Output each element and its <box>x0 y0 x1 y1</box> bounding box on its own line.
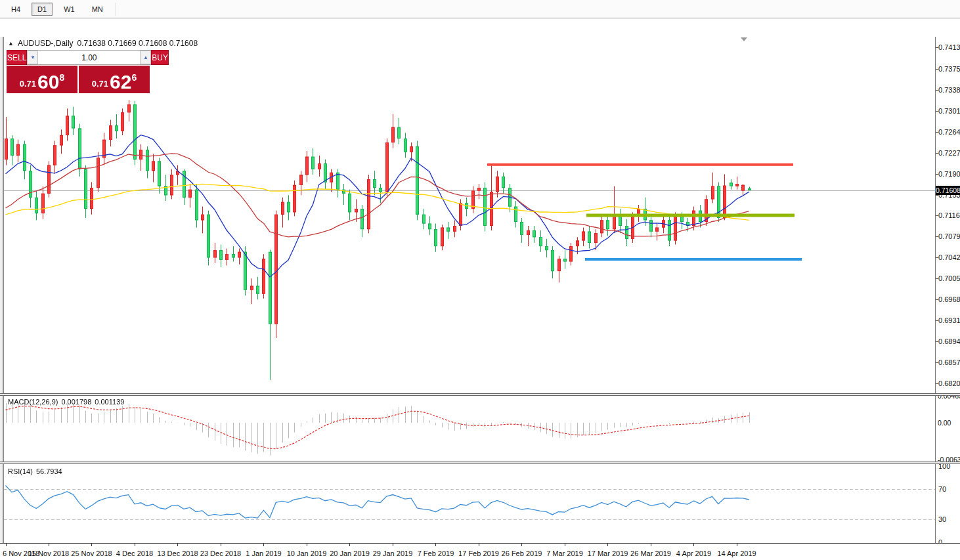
date-axis[interactable]: 6 Nov 201815 Nov 201825 Nov 20184 Dec 20… <box>0 543 960 560</box>
chart-title: ▲ AUDUSD-,Daily 0.71638 0.71669 0.71608 … <box>8 39 198 48</box>
buy-button[interactable]: BUY <box>151 50 169 65</box>
chart-shift-marker-icon[interactable] <box>741 37 747 41</box>
price-tick-label: 0.69680 <box>938 295 960 303</box>
price-tick-label: 0.73380 <box>938 86 960 94</box>
date-tick-label: 26 Feb 2019 <box>502 549 542 557</box>
rsi-label: RSI(14) 56.7934 <box>8 467 62 475</box>
date-tick-label: 23 Dec 2018 <box>200 549 241 557</box>
date-tick-mark <box>737 544 737 546</box>
macd-pane-divider[interactable] <box>0 393 960 396</box>
date-tick-mark <box>177 544 178 546</box>
price-tick-label: 0.71900 <box>938 170 960 178</box>
volume-input[interactable] <box>38 51 140 64</box>
date-tick-mark <box>607 544 608 546</box>
price-tick-label: 0.71160 <box>938 211 960 219</box>
volume-spinner: ▼ ▲ <box>27 50 151 65</box>
date-tick-label: 4 Apr 2019 <box>676 549 711 557</box>
price-axis[interactable]: 0.741300.737500.733800.730100.726400.722… <box>935 37 960 543</box>
sell-price-big: 60 <box>37 74 59 91</box>
macd-label: MACD(12,26,9) 0.001798 0.001139 <box>8 398 124 406</box>
rsi-pane-divider[interactable] <box>0 462 960 464</box>
rsi-name: RSI(14) <box>8 467 33 475</box>
date-tick-label: 13 Dec 2018 <box>157 549 198 557</box>
date-tick-label: 25 Nov 2018 <box>71 549 112 557</box>
date-tick-mark <box>565 544 565 546</box>
date-tick-mark <box>521 544 522 546</box>
timeframe-button-mn[interactable]: MN <box>86 3 109 16</box>
timeframe-toolbar: H4D1W1MN <box>0 0 960 18</box>
price-tick-label: 0.73010 <box>938 107 960 115</box>
price-tick-label: 0.68200 <box>938 379 960 387</box>
date-tick-label: 20 Jan 2019 <box>330 549 370 557</box>
macd-main-value: 0.001798 <box>61 398 91 406</box>
buy-price-prefix: 0.71 <box>92 79 108 89</box>
date-tick-mark <box>349 544 350 546</box>
date-tick-mark <box>135 544 135 546</box>
sell-price-pip: 8 <box>59 72 64 83</box>
collapse-panel-icon[interactable]: ▲ <box>8 40 14 47</box>
date-tick-label: 14 Apr 2019 <box>717 549 756 557</box>
price-tick-label: 0.69310 <box>938 316 960 324</box>
price-tick-label: 0.68940 <box>938 337 960 345</box>
price-chart-canvas[interactable] <box>4 37 935 543</box>
timeframe-button-w1[interactable]: W1 <box>58 3 81 16</box>
toolbar-separator <box>116 3 116 16</box>
price-tick-label: 0.72640 <box>938 128 960 136</box>
price-tick-label: 0.70420 <box>938 253 960 261</box>
buy-price-pip: 6 <box>131 72 137 83</box>
volume-increase-icon[interactable]: ▲ <box>140 51 151 64</box>
price-tick-label: 0.74130 <box>938 43 960 51</box>
date-tick-label: 1 Jan 2019 <box>246 549 281 557</box>
trading-app-window: H4D1W1MN ▲ AUDUSD-,Daily 0.71638 0.71669… <box>0 0 960 560</box>
date-tick-mark <box>435 544 436 546</box>
price-tick-label: 0.73750 <box>938 65 960 73</box>
date-tick-label: 7 Feb 2019 <box>418 549 454 557</box>
timeframe-button-h4[interactable]: H4 <box>5 3 26 16</box>
date-tick-label: 26 Mar 2019 <box>630 549 671 557</box>
date-tick-label: 17 Feb 2019 <box>458 549 499 557</box>
date-tick-mark <box>479 544 479 546</box>
current-price-badge: 0.71608 <box>936 186 960 195</box>
chart-window: ▲ AUDUSD-,Daily 0.71638 0.71669 0.71608 … <box>0 18 960 544</box>
date-tick-mark <box>307 544 307 546</box>
date-tick-label: 29 Jan 2019 <box>373 549 413 557</box>
date-tick-mark <box>393 544 393 546</box>
date-tick-mark <box>6 544 7 546</box>
macd-name: MACD(12,26,9) <box>8 398 58 406</box>
sell-price-prefix: 0.71 <box>20 79 36 89</box>
sell-button[interactable]: SELL <box>7 50 27 65</box>
price-tick-label: 0.68570 <box>938 358 960 366</box>
one-click-trade-panel: SELL ▼ ▲ BUY 0.71 60 8 0.71 62 6 <box>7 50 150 93</box>
macd-signal-value: 0.001139 <box>95 398 124 406</box>
price-tick-label: 0.70050 <box>938 274 960 282</box>
date-tick-mark <box>263 544 264 546</box>
price-tick-label: 0.72270 <box>938 149 960 157</box>
date-tick-label: 7 Mar 2019 <box>546 549 583 557</box>
date-tick-mark <box>693 544 694 546</box>
rsi-axis-label: 30 <box>938 515 946 523</box>
sell-price-panel[interactable]: 0.71 60 8 <box>7 66 77 93</box>
volume-decrease-icon[interactable]: ▼ <box>27 51 38 64</box>
date-tick-mark <box>49 544 49 546</box>
price-tick-label: 0.70790 <box>938 232 960 240</box>
macd-axis-label: 0.00 <box>938 419 951 427</box>
date-tick-label: 15 Nov 2018 <box>28 549 69 557</box>
buy-price-big: 62 <box>110 74 131 91</box>
rsi-axis-label: 70 <box>938 485 946 493</box>
date-tick-label: 4 Dec 2018 <box>116 549 153 557</box>
chart-symbol-label: AUDUSD-,Daily <box>18 39 74 48</box>
chart-ohlc-values: 0.71638 0.71669 0.71608 0.71608 <box>77 39 198 48</box>
buy-price-panel[interactable]: 0.71 62 6 <box>79 66 150 93</box>
date-tick-label: 17 Mar 2019 <box>588 549 628 557</box>
date-tick-mark <box>651 544 651 546</box>
timeframe-button-d1[interactable]: D1 <box>32 3 53 16</box>
date-tick-mark <box>221 544 221 546</box>
date-tick-mark <box>91 544 92 546</box>
rsi-value: 56.7934 <box>36 467 62 475</box>
date-tick-label: 10 Jan 2019 <box>287 549 327 557</box>
